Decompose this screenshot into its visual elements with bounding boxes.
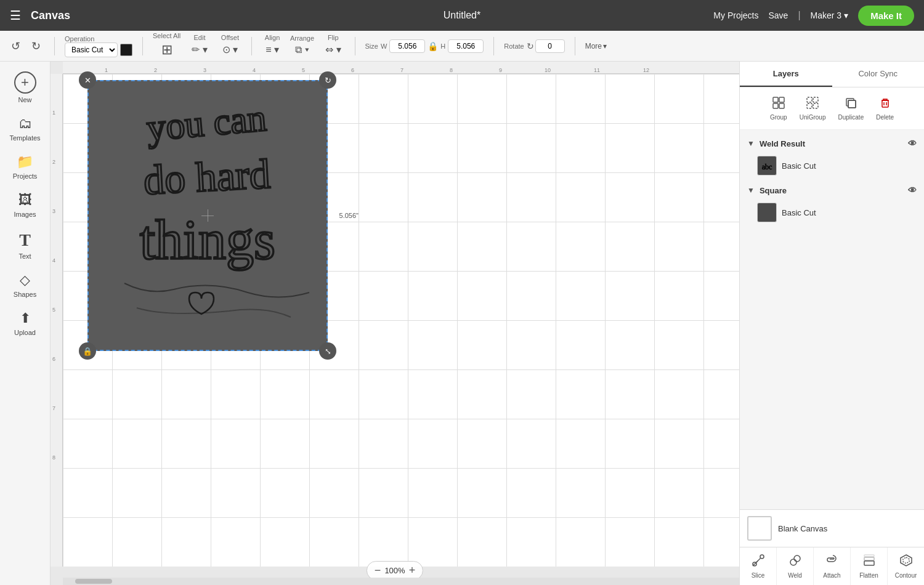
sidebar-item-text[interactable]: T Text (2, 225, 48, 265)
panel-tabs: Layers Color Sync (740, 62, 924, 87)
attach-label: Attach (823, 572, 840, 579)
blank-canvas-item: Blank Canvas (740, 509, 924, 547)
width-input[interactable] (389, 39, 425, 53)
header-divider: | (798, 10, 800, 21)
group-icon (772, 96, 785, 113)
operation-select[interactable]: Basic Cut (65, 42, 118, 57)
attach-button[interactable]: Attach (814, 547, 851, 585)
select-all-group: Select All ⊞ (153, 32, 180, 60)
edit-label: Edit (193, 34, 205, 41)
layer-group-weld-result-header[interactable]: ▼ Weld Result 👁 (740, 135, 924, 152)
layer-group-weld-result: ▼ Weld Result 👁 abc Basic Cut (740, 135, 924, 179)
layer-item-square-basic-cut[interactable]: Basic Cut (740, 199, 924, 226)
more-button[interactable]: More ▾ (585, 42, 607, 50)
machine-selector[interactable]: Maker 3 ▾ (811, 10, 849, 20)
svg-text:abc: abc (762, 163, 772, 171)
toolbar-separator-6 (575, 37, 575, 55)
svg-marker-28 (903, 557, 909, 563)
layer-group-square-header[interactable]: ▼ Square 👁 (740, 182, 924, 199)
slice-button[interactable]: Slice (740, 547, 777, 585)
tab-layers[interactable]: Layers (740, 62, 832, 87)
templates-icon: 🗂 (18, 116, 32, 132)
sidebar-item-shapes[interactable]: ◇ Shapes (2, 267, 48, 303)
lock-handle[interactable]: 🔒 (79, 342, 96, 360)
make-it-button[interactable]: Make It (858, 6, 914, 26)
arrange-button[interactable]: ⧉ ▾ (291, 42, 312, 58)
select-all-label: Select All (153, 32, 180, 39)
svg-rect-7 (807, 97, 812, 102)
flatten-label: Flatten (859, 572, 878, 579)
sidebar-shapes-label: Shapes (14, 291, 36, 298)
edit-button[interactable]: ✏ ▾ (188, 41, 211, 58)
scroll-thumb-x[interactable] (75, 579, 112, 584)
weld-label: Weld (788, 572, 802, 579)
square-visibility-icon[interactable]: 👁 (908, 185, 917, 195)
shapes-icon: ◇ (20, 272, 30, 288)
weld-result-name: Weld Result (760, 139, 903, 148)
upload-icon: ⬆ (20, 310, 31, 326)
attach-icon (825, 554, 839, 570)
duplicate-button[interactable]: Duplicate (833, 92, 869, 124)
ungroup-button[interactable]: UniGroup (795, 92, 831, 124)
weld-button[interactable]: Weld (777, 547, 814, 585)
svg-point-23 (794, 555, 800, 562)
dim-height-label: 5.056" (339, 212, 359, 219)
canvas-scroll-x[interactable] (63, 578, 739, 585)
undo-button[interactable]: ↺ (7, 37, 24, 55)
offset-group: Offset ⊙ ▾ (219, 34, 241, 58)
zoom-in-button[interactable]: + (409, 564, 416, 577)
toolbar-separator-2 (142, 37, 143, 55)
my-projects-link[interactable]: My Projects (713, 10, 758, 20)
offset-button[interactable]: ⊙ ▾ (219, 41, 241, 58)
layer-item-weld-basic-cut[interactable]: abc Basic Cut (740, 152, 924, 179)
machine-chevron-icon: ▾ (844, 10, 848, 20)
scale-handle[interactable]: ⤡ (319, 342, 336, 360)
sidebar-item-projects[interactable]: 📁 Projects (2, 149, 48, 185)
duplicate-icon (844, 96, 857, 113)
redo-button[interactable]: ↻ (28, 37, 44, 55)
sidebar-item-new[interactable]: + New (2, 67, 48, 108)
select-all-button[interactable]: ⊞ (158, 39, 176, 60)
lock-handle-icon: 🔒 (83, 347, 92, 356)
rotate-input[interactable] (535, 39, 565, 53)
flip-button[interactable]: ⇔ ▾ (322, 41, 344, 58)
tab-color-sync[interactable]: Color Sync (832, 62, 925, 87)
weld-result-visibility-icon[interactable]: 👁 (908, 139, 917, 148)
contour-icon (899, 554, 913, 570)
document-title: Untitled* (444, 10, 480, 21)
save-button[interactable]: Save (768, 10, 788, 20)
contour-label: Contour (895, 572, 917, 579)
rotate-handle[interactable]: ↻ (319, 71, 336, 89)
square-toggle-icon[interactable]: ▼ (747, 186, 755, 195)
zoom-out-button[interactable]: − (375, 564, 381, 577)
weld-result-toggle-icon[interactable]: ▼ (747, 139, 755, 148)
svg-rect-10 (813, 103, 818, 108)
svg-rect-12 (848, 100, 856, 108)
svg-rect-5 (773, 103, 778, 108)
flip-group: Flip ⇔ ▾ (322, 34, 344, 58)
group-button[interactable]: Group (765, 92, 792, 124)
duplicate-label: Duplicate (838, 114, 864, 121)
delete-button[interactable]: Delete (871, 92, 899, 124)
ruler-left: 1 2 3 4 5 6 7 8 (51, 74, 63, 567)
color-swatch[interactable] (120, 44, 132, 56)
operation-section: Operation Basic Cut (65, 35, 132, 57)
close-handle[interactable]: ✕ (79, 71, 96, 89)
rotate-group: Rotate ↻ (504, 39, 564, 53)
ruler-top: 1 2 3 4 5 6 7 8 9 10 11 12 (63, 62, 739, 74)
menu-icon[interactable]: ☰ (10, 8, 21, 23)
flatten-button[interactable]: Flatten (851, 547, 888, 585)
lock-icon[interactable]: 🔒 (428, 41, 438, 51)
sidebar-item-upload[interactable]: ⬆ Upload (2, 305, 48, 341)
blank-canvas-label: Blank Canvas (778, 524, 827, 533)
sidebar-item-templates[interactable]: 🗂 Templates (2, 111, 48, 147)
design-element[interactable]: you can do hard things 5.056" 5.056" ✕ ↻ (87, 80, 328, 351)
canvas-area[interactable]: 1 2 3 4 5 6 7 8 9 10 11 12 1 2 3 4 5 6 7… (51, 62, 739, 585)
align-button[interactable]: ≡ ▾ (262, 41, 283, 58)
contour-button[interactable]: Contour (888, 547, 924, 585)
height-input[interactable] (448, 39, 484, 53)
bottom-tools: Slice Weld Attach (740, 547, 924, 585)
left-sidebar: + New 🗂 Templates 📁 Projects 🖼 Images T … (0, 62, 51, 585)
sidebar-item-images[interactable]: 🖼 Images (2, 187, 48, 223)
size-group: Size W 🔒 H (365, 39, 484, 53)
